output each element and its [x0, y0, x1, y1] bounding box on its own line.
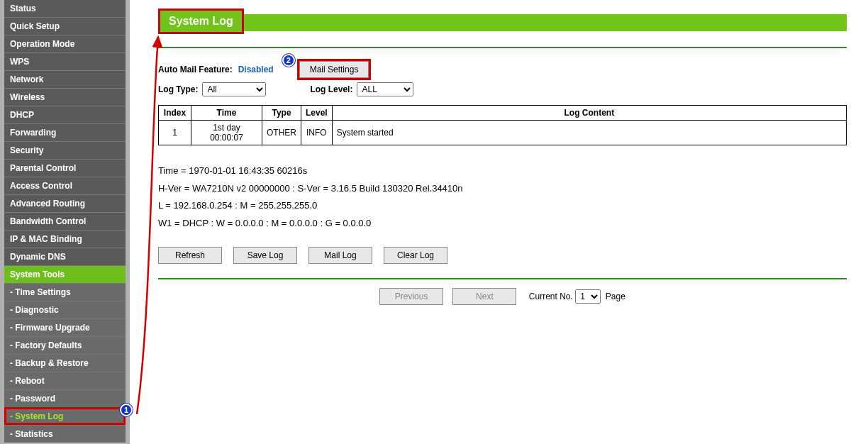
- nav-sub-factory-defaults[interactable]: - Factory Defaults: [4, 336, 126, 354]
- nav-operation-mode[interactable]: Operation Mode: [4, 35, 126, 52]
- cell-type: OTHER: [262, 121, 301, 145]
- table-row: 1 1st day 00:00:07 OTHER INFO System sta…: [159, 121, 847, 145]
- log-level-select[interactable]: ALL: [357, 82, 413, 96]
- col-index: Index: [159, 106, 191, 121]
- nav-advanced-routing[interactable]: Advanced Routing: [4, 194, 126, 212]
- sidebar: Status Quick Setup Operation Mode WPS Ne…: [0, 0, 130, 444]
- col-level: Level: [301, 106, 333, 121]
- nav-network[interactable]: Network: [4, 70, 126, 88]
- next-button[interactable]: Next: [452, 288, 516, 305]
- auto-mail-status: Disabled: [238, 65, 274, 74]
- cell-level: INFO: [301, 121, 333, 145]
- nav-status[interactable]: Status: [4, 0, 126, 17]
- log-type-select[interactable]: All: [202, 82, 266, 96]
- title-bar: System Log: [158, 14, 847, 31]
- nav-wireless[interactable]: Wireless: [4, 88, 126, 106]
- mail-log-button[interactable]: Mail Log: [308, 247, 372, 264]
- save-log-button[interactable]: Save Log: [233, 247, 297, 264]
- main-content: System Log Auto Mail Feature: Disabled 2…: [130, 0, 868, 444]
- col-type: Type: [262, 106, 301, 121]
- cell-index: 1: [159, 121, 191, 145]
- log-table: Index Time Type Level Log Content 1 1st …: [158, 105, 847, 145]
- callout-badge-1: 1: [120, 404, 133, 416]
- log-level-label: Log Level:: [310, 84, 352, 94]
- info-lan: L = 192.168.0.254 : M = 255.255.255.0: [158, 197, 847, 215]
- page-label: Page: [606, 292, 625, 301]
- nav-sub-diagnostic[interactable]: - Diagnostic: [4, 301, 126, 318]
- divider: [158, 47, 847, 48]
- nav-parental-control[interactable]: Parental Control: [4, 159, 126, 177]
- nav-sub-password[interactable]: - Password: [4, 389, 126, 407]
- nav-system-tools[interactable]: System Tools: [4, 265, 126, 283]
- nav-wps[interactable]: WPS: [4, 52, 126, 70]
- cell-content: System started: [332, 121, 846, 145]
- nav-sub-reboot[interactable]: - Reboot: [4, 372, 126, 389]
- nav-ip-mac-binding[interactable]: IP & MAC Binding: [4, 230, 126, 248]
- nav-sub-time-settings[interactable]: - Time Settings: [4, 283, 126, 301]
- mail-settings-button[interactable]: Mail Settings: [299, 61, 369, 78]
- callout-badge-2: 2: [282, 54, 295, 67]
- system-info: Time = 1970-01-01 16:43:35 60216s H-Ver …: [158, 162, 847, 233]
- info-wan: W1 = DHCP : W = 0.0.0.0 : M = 0.0.0.0 : …: [158, 215, 847, 233]
- nav-forwarding[interactable]: Forwarding: [4, 123, 126, 141]
- cell-time: 1st day 00:00:07: [191, 121, 262, 145]
- nav-dhcp[interactable]: DHCP: [4, 106, 126, 123]
- nav-sub-statistics[interactable]: - Statistics: [4, 425, 126, 443]
- nav-sub-system-log[interactable]: - System Log: [4, 407, 126, 425]
- refresh-button[interactable]: Refresh: [158, 247, 222, 264]
- page-title: System Log: [158, 9, 244, 34]
- current-no-select[interactable]: 1: [575, 289, 601, 304]
- log-type-label: Log Type:: [158, 84, 198, 94]
- current-no-label: Current No.: [529, 292, 573, 301]
- col-content: Log Content: [332, 106, 846, 121]
- nav-security[interactable]: Security: [4, 141, 126, 159]
- clear-log-button[interactable]: Clear Log: [384, 247, 447, 264]
- previous-button[interactable]: Previous: [379, 288, 443, 305]
- col-time: Time: [191, 106, 262, 121]
- info-time: Time = 1970-01-01 16:43:35 60216s: [158, 162, 847, 180]
- nav-sub-backup-restore[interactable]: - Backup & Restore: [4, 354, 126, 372]
- nav-dynamic-dns[interactable]: Dynamic DNS: [4, 248, 126, 265]
- nav-sub-firmware-upgrade[interactable]: - Firmware Upgrade: [4, 318, 126, 336]
- nav-access-control[interactable]: Access Control: [4, 177, 126, 194]
- info-version: H-Ver = WA7210N v2 00000000 : S-Ver = 3.…: [158, 180, 847, 198]
- nav-quick-setup[interactable]: Quick Setup: [4, 17, 126, 35]
- auto-mail-label: Auto Mail Feature:: [158, 65, 233, 74]
- pager: Previous Next Current No. 1 Page: [158, 288, 847, 305]
- nav-bandwidth-control[interactable]: Bandwidth Control: [4, 212, 126, 230]
- divider-bottom: [158, 278, 847, 279]
